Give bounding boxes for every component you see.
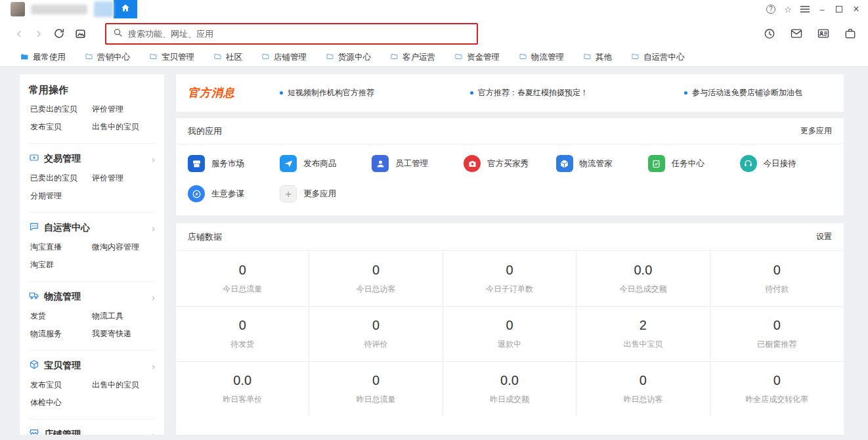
sidebar-link[interactable]: 出售中的宝贝 xyxy=(92,121,155,133)
message-item[interactable]: 短视频制作机构官方推荐 xyxy=(280,87,374,99)
folder-icon xyxy=(631,53,640,62)
tab-redacted[interactable] xyxy=(94,1,114,17)
nav-item-items[interactable]: 宝贝管理 xyxy=(149,52,194,63)
app-label: 服务市场 xyxy=(211,158,244,169)
nav-item-logistics[interactable]: 物流管理 xyxy=(519,52,564,63)
avatar[interactable] xyxy=(11,2,25,16)
app-tile-logistics-manager[interactable]: 物流管家 xyxy=(556,155,648,172)
stat-cell[interactable]: 0 退款中 xyxy=(443,306,576,361)
mail-icon[interactable] xyxy=(787,27,806,40)
sidebar-link[interactable]: 发布宝贝 xyxy=(30,121,87,133)
nav-item-shop[interactable]: 店铺管理 xyxy=(261,52,307,63)
minimize-button[interactable]: – xyxy=(815,3,829,16)
nav-item-label: 其他 xyxy=(596,52,612,63)
sidebar-link[interactable]: 评价管理 xyxy=(92,173,155,184)
search-bar[interactable] xyxy=(105,23,478,45)
sidebar-link[interactable]: 发货 xyxy=(30,311,87,322)
sidebar-link[interactable]: 分期管理 xyxy=(30,190,87,202)
nav-item-self-operation[interactable]: 自运营中心 xyxy=(631,52,685,63)
stat-cell[interactable]: 0 昨日总访客 xyxy=(576,361,710,416)
sidebar-group-header[interactable]: 交易管理 › xyxy=(29,152,155,165)
sidebar-link[interactable]: 已卖出的宝贝 xyxy=(30,104,87,115)
sidebar-group-header[interactable]: 宝贝管理 › xyxy=(29,359,155,372)
close-button[interactable]: × xyxy=(850,3,863,16)
screenshot-icon[interactable] xyxy=(70,28,91,40)
stat-cell[interactable]: 0 今日总访客 xyxy=(309,251,443,306)
stat-label: 待付款 xyxy=(765,284,789,295)
app-label: 员工管理 xyxy=(395,158,428,169)
search-input[interactable] xyxy=(128,29,470,39)
back-button[interactable]: ‹ xyxy=(9,26,29,41)
nav-item-supply[interactable]: 货源中心 xyxy=(326,52,371,63)
message-text: 官方推荐：春夏红模拍摄预定！ xyxy=(478,87,588,99)
stat-cell[interactable]: 0 待评价 xyxy=(309,306,443,361)
home-icon xyxy=(120,3,131,16)
sidebar-link[interactable]: 评价管理 xyxy=(92,104,155,115)
refresh-icon[interactable] xyxy=(49,28,70,39)
stat-value: 0 xyxy=(239,318,246,333)
home-tab[interactable] xyxy=(114,0,137,18)
app-tile-business-advisor[interactable]: 生意参谋 xyxy=(188,185,280,202)
folder-icon xyxy=(85,53,93,62)
stat-value: 0.0 xyxy=(233,373,251,388)
app-tile-task-center[interactable]: 任务中心 xyxy=(648,155,740,172)
nav-item-most-used[interactable]: 最常使用 xyxy=(20,52,66,63)
sidebar-group-header[interactable]: 店铺管理 › xyxy=(29,428,155,435)
sidebar-link[interactable]: 出售中的宝贝 xyxy=(92,380,155,391)
sidebar-link[interactable]: 淘宝群 xyxy=(30,259,87,271)
sidebar-link[interactable]: 发布宝贝 xyxy=(30,380,87,391)
app-tile-buyer-show[interactable]: 官方买家秀 xyxy=(464,155,555,172)
nav-item-label: 宝贝管理 xyxy=(162,52,194,63)
more-apps-link[interactable]: 更多应用 xyxy=(800,125,832,137)
sidebar-link[interactable]: 淘宝直播 xyxy=(30,242,87,253)
app-tile-reception[interactable]: 今日接待 xyxy=(740,155,832,172)
message-item[interactable]: 官方推荐：春夏红模拍摄预定！ xyxy=(470,87,588,99)
help-icon[interactable]: ? xyxy=(764,3,777,16)
chevron-right-icon: › xyxy=(152,361,155,371)
nav-item-other[interactable]: 其他 xyxy=(583,52,612,63)
stat-cell[interactable]: 0 待付款 xyxy=(710,251,844,306)
sidebar-link[interactable]: 已卖出的宝贝 xyxy=(30,173,87,184)
stat-cell[interactable]: 0 昨全店成交转化率 xyxy=(710,361,844,416)
sidebar-group-header[interactable]: 物流管理 › xyxy=(29,290,155,303)
app-tile-more-apps[interactable]: + 更多应用 xyxy=(280,185,372,202)
maximize-button[interactable] xyxy=(833,3,846,16)
star-icon[interactable]: ☆ xyxy=(781,3,794,16)
settings-link[interactable]: 设置 xyxy=(816,231,832,242)
forward-button[interactable]: › xyxy=(29,26,49,41)
chevron-right-icon: › xyxy=(152,292,155,302)
nav-item-community[interactable]: 社区 xyxy=(213,52,242,63)
sidebar-group-header[interactable]: 自运营中心 › xyxy=(29,221,155,234)
stat-cell[interactable]: 0.0 昨日客单价 xyxy=(176,361,309,416)
sidebar-group-logistics: 物流管理 › 发货 物流工具 物流服务 我要寄快递 xyxy=(29,281,155,350)
bag-icon[interactable] xyxy=(841,27,859,40)
stat-cell[interactable]: 0 昨日总流量 xyxy=(309,361,443,416)
sidebar-link[interactable]: 体检中心 xyxy=(30,397,87,408)
sidebar-group-common-actions: 常用操作 已卖出的宝贝 评价管理 发布宝贝 出售中的宝贝 xyxy=(29,84,155,143)
contact-card-icon[interactable] xyxy=(814,27,833,40)
nav-item-customer[interactable]: 客户运营 xyxy=(390,52,435,63)
stat-value: 2 xyxy=(640,318,647,333)
content-area: 常用操作 已卖出的宝贝 评价管理 发布宝贝 出售中的宝贝 交易管理 › 已卖出的… xyxy=(0,67,868,440)
app-tile-service-market[interactable]: 服务市场 xyxy=(188,155,280,172)
menu-icon[interactable] xyxy=(798,3,812,16)
stat-cell[interactable]: 0 今日子订单数 xyxy=(443,251,576,306)
stat-cell[interactable]: 2 出售中宝贝 xyxy=(576,306,710,361)
stat-cell[interactable]: 0 今日总流量 xyxy=(176,251,309,306)
stat-cell[interactable]: 0.0 昨日成交额 xyxy=(443,361,576,416)
stat-value: 0 xyxy=(773,318,781,333)
sidebar-link[interactable]: 物流服务 xyxy=(30,328,87,340)
app-tile-publish-item[interactable]: 发布商品 xyxy=(280,155,372,172)
nav-item-funds[interactable]: 资金管理 xyxy=(454,52,500,63)
sidebar-link[interactable]: 微淘内容管理 xyxy=(92,242,155,253)
sidebar-link[interactable]: 我要寄快递 xyxy=(92,328,155,340)
nav-item-marketing[interactable]: 营销中心 xyxy=(85,52,130,63)
stat-cell[interactable]: 0.0 今日总成交额 xyxy=(576,251,710,306)
message-item[interactable]: 参与活动送免费店铺诊断加油包 xyxy=(684,87,802,99)
stat-cell[interactable]: 0 待发货 xyxy=(176,306,309,361)
sidebar-link[interactable]: 物流工具 xyxy=(92,311,155,322)
stat-cell[interactable]: 0 已橱窗推荐 xyxy=(710,306,844,361)
app-tile-staff[interactable]: 员工管理 xyxy=(372,155,464,172)
clock-icon[interactable] xyxy=(760,27,779,40)
compass-icon xyxy=(188,185,205,202)
